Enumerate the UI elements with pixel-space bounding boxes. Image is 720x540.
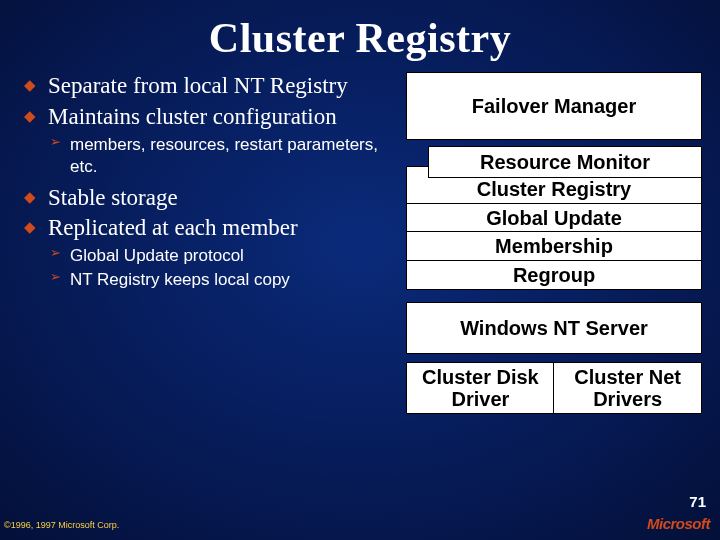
- sub-bullet-item: members, resources, restart parameters, …: [48, 134, 386, 178]
- bullet-column: Separate from local NT Registry Maintain…: [18, 72, 386, 414]
- sub-bullet-item: NT Registry keeps local copy: [48, 269, 386, 291]
- diagram-bottom-row: Cluster Disk Driver Cluster Net Drivers: [406, 362, 702, 414]
- bullet-text: Maintains cluster configuration: [48, 104, 337, 129]
- bullet-item: Maintains cluster configuration members,…: [18, 103, 386, 178]
- diagram-box-net-drivers: Cluster Net Drivers: [553, 362, 702, 414]
- bullet-item: Replicated at each member Global Update …: [18, 214, 386, 291]
- diagram-box-disk-driver: Cluster Disk Driver: [406, 362, 555, 414]
- diagram-box-windows-nt: Windows NT Server: [406, 302, 702, 354]
- diagram-box-membership: Membership: [406, 231, 702, 261]
- diagram-box-regroup: Regroup: [406, 260, 702, 290]
- diagram-box-global-update: Global Update: [406, 203, 702, 233]
- diagram-box-resource-monitor: Resource Monitor: [428, 146, 702, 178]
- bullet-text: Replicated at each member: [48, 215, 298, 240]
- content-area: Separate from local NT Registry Maintain…: [0, 62, 720, 414]
- copyright-text: ©1996, 1997 Microsoft Corp.: [4, 520, 119, 530]
- diagram-box-failover: Failover Manager: [406, 72, 702, 140]
- sub-bullet-item: Global Update protocol: [48, 245, 386, 267]
- slide-title: Cluster Registry: [0, 0, 720, 62]
- bullet-item: Stable storage: [18, 184, 386, 213]
- bullet-item: Separate from local NT Registry: [18, 72, 386, 101]
- page-number: 71: [689, 493, 706, 510]
- microsoft-logo: Microsoft: [647, 515, 710, 532]
- diagram-column: Failover Manager Resource Monitor Cluste…: [406, 72, 702, 414]
